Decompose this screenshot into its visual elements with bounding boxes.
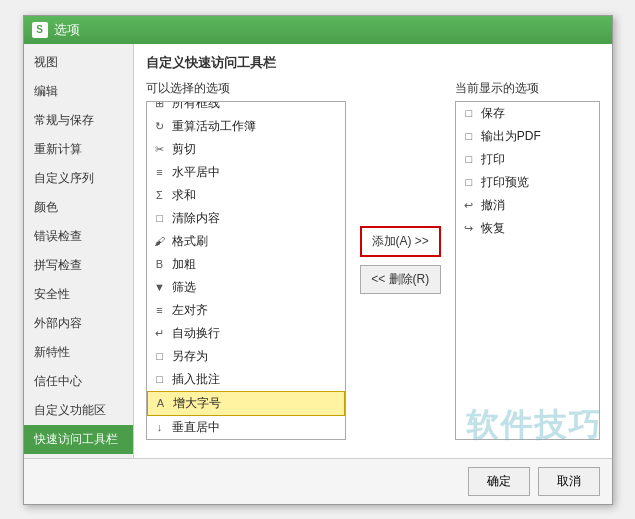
current-item-icon-0: □	[462, 107, 476, 119]
available-item-label-11: 清除内容	[172, 210, 220, 227]
available-item-icon-9: ≡	[153, 166, 167, 178]
available-item-11[interactable]: □清除内容	[147, 207, 345, 230]
available-item-label-18: 插入批注	[172, 371, 220, 388]
available-item-icon-6: ⊞	[153, 101, 167, 110]
available-item-icon-19: A	[154, 397, 168, 409]
available-item-8[interactable]: ✂剪切	[147, 138, 345, 161]
sidebar-item-9[interactable]: 外部内容	[24, 309, 133, 338]
available-item-17[interactable]: □另存为	[147, 345, 345, 368]
sidebar: 视图编辑常规与保存重新计算自定义序列颜色错误检查拼写检查安全性外部内容新特性信任…	[24, 44, 134, 458]
available-item-icon-13: B	[153, 258, 167, 270]
available-item-label-7: 重算活动工作簿	[172, 118, 256, 135]
available-item-6[interactable]: ⊞所有框线	[147, 101, 345, 115]
dialog-footer: 确定 取消	[24, 458, 612, 504]
available-item-19[interactable]: A增大字号	[147, 391, 345, 416]
main-title: 自定义快速访问工具栏	[146, 54, 600, 72]
available-item-13[interactable]: B加粗	[147, 253, 345, 276]
available-item-label-16: 自动换行	[172, 325, 220, 342]
current-item-label-2: 打印	[481, 151, 505, 168]
remove-button[interactable]: << 删除(R)	[360, 265, 441, 294]
available-item-15[interactable]: ≡左对齐	[147, 299, 345, 322]
available-item-20[interactable]: ↓垂直居中	[147, 416, 345, 439]
available-item-icon-15: ≡	[153, 304, 167, 316]
sidebar-item-2[interactable]: 常规与保存	[24, 106, 133, 135]
available-item-label-10: 求和	[172, 187, 196, 204]
available-item-icon-12: 🖌	[153, 235, 167, 247]
current-item-4[interactable]: ↩撤消	[456, 194, 599, 217]
ok-button[interactable]: 确定	[468, 467, 530, 496]
available-list[interactable]: ↩撤消↪恢复□复制□粘贴▦合并居中🔍查找⊞所有框线↻重算活动工作簿✂剪切≡水平居…	[146, 101, 346, 440]
available-item-16[interactable]: ↵自动换行	[147, 322, 345, 345]
available-item-icon-10: Σ	[153, 189, 167, 201]
current-item-icon-4: ↩	[462, 199, 476, 212]
available-item-icon-17: □	[153, 350, 167, 362]
title-bar[interactable]: S 选项	[24, 16, 612, 44]
current-item-label-3: 打印预览	[481, 174, 529, 191]
dialog-body: 视图编辑常规与保存重新计算自定义序列颜色错误检查拼写检查安全性外部内容新特性信任…	[24, 44, 612, 458]
middle-buttons: 添加(A) >> << 删除(R)	[356, 80, 445, 440]
available-panel: 可以选择的选项 ↩撤消↪恢复□复制□粘贴▦合并居中🔍查找⊞所有框线↻重算活动工作…	[146, 80, 346, 440]
current-panel: 当前显示的选项 □保存□输出为PDF□打印□打印预览↩撤消↪恢复	[455, 80, 600, 440]
available-item-icon-18: □	[153, 373, 167, 385]
available-item-icon-20: ↓	[153, 421, 167, 433]
sidebar-item-10[interactable]: 新特性	[24, 338, 133, 367]
main-content: 自定义快速访问工具栏 可以选择的选项 ↩撤消↪恢复□复制□粘贴▦合并居中🔍查找⊞…	[134, 44, 612, 458]
sidebar-item-0[interactable]: 视图	[24, 48, 133, 77]
dialog-title: 选项	[54, 21, 80, 39]
sidebar-item-1[interactable]: 编辑	[24, 77, 133, 106]
available-item-10[interactable]: Σ求和	[147, 184, 345, 207]
current-item-2[interactable]: □打印	[456, 148, 599, 171]
current-item-label-0: 保存	[481, 105, 505, 122]
current-label: 当前显示的选项	[455, 80, 600, 97]
current-list[interactable]: □保存□输出为PDF□打印□打印预览↩撤消↪恢复	[455, 101, 600, 440]
current-item-icon-2: □	[462, 153, 476, 165]
current-item-label-4: 撤消	[481, 197, 505, 214]
current-item-icon-1: □	[462, 130, 476, 142]
current-item-icon-3: □	[462, 176, 476, 188]
available-label: 可以选择的选项	[146, 80, 346, 97]
available-items-container: ↩撤消↪恢复□复制□粘贴▦合并居中🔍查找⊞所有框线↻重算活动工作簿✂剪切≡水平居…	[147, 101, 345, 439]
available-item-icon-16: ↵	[153, 327, 167, 340]
available-item-label-15: 左对齐	[172, 302, 208, 319]
sidebar-item-13[interactable]: 快速访问工具栏	[24, 425, 133, 454]
sidebar-item-12[interactable]: 自定义功能区	[24, 396, 133, 425]
current-item-icon-5: ↪	[462, 222, 476, 235]
sidebar-item-11[interactable]: 信任中心	[24, 367, 133, 396]
cancel-button[interactable]: 取消	[538, 467, 600, 496]
sidebar-item-6[interactable]: 错误检查	[24, 222, 133, 251]
available-item-7[interactable]: ↻重算活动工作簿	[147, 115, 345, 138]
options-dialog: S 选项 视图编辑常规与保存重新计算自定义序列颜色错误检查拼写检查安全性外部内容…	[23, 15, 613, 505]
sidebar-item-4[interactable]: 自定义序列	[24, 164, 133, 193]
available-item-label-6: 所有框线	[172, 101, 220, 112]
available-item-icon-14: ▼	[153, 281, 167, 293]
available-item-icon-8: ✂	[153, 143, 167, 156]
current-item-5[interactable]: ↪恢复	[456, 217, 599, 240]
sidebar-item-5[interactable]: 颜色	[24, 193, 133, 222]
available-item-14[interactable]: ▼筛选	[147, 276, 345, 299]
sidebar-item-8[interactable]: 安全性	[24, 280, 133, 309]
available-item-18[interactable]: □插入批注	[147, 368, 345, 391]
sidebar-item-7[interactable]: 拼写检查	[24, 251, 133, 280]
available-item-label-9: 水平居中	[172, 164, 220, 181]
sidebar-item-3[interactable]: 重新计算	[24, 135, 133, 164]
available-item-label-12: 格式刷	[172, 233, 208, 250]
available-item-icon-7: ↻	[153, 120, 167, 133]
app-icon: S	[32, 22, 48, 38]
current-item-label-5: 恢复	[481, 220, 505, 237]
current-item-0[interactable]: □保存	[456, 102, 599, 125]
current-item-1[interactable]: □输出为PDF	[456, 125, 599, 148]
available-item-9[interactable]: ≡水平居中	[147, 161, 345, 184]
available-item-label-17: 另存为	[172, 348, 208, 365]
available-item-12[interactable]: 🖌格式刷	[147, 230, 345, 253]
current-item-3[interactable]: □打印预览	[456, 171, 599, 194]
available-item-label-8: 剪切	[172, 141, 196, 158]
current-item-label-1: 输出为PDF	[481, 128, 541, 145]
available-item-icon-11: □	[153, 212, 167, 224]
available-item-label-19: 增大字号	[173, 395, 221, 412]
content-row: 可以选择的选项 ↩撤消↪恢复□复制□粘贴▦合并居中🔍查找⊞所有框线↻重算活动工作…	[146, 80, 600, 440]
add-button[interactable]: 添加(A) >>	[360, 226, 441, 257]
available-item-label-13: 加粗	[172, 256, 196, 273]
available-item-label-20: 垂直居中	[172, 419, 220, 436]
available-item-label-14: 筛选	[172, 279, 196, 296]
